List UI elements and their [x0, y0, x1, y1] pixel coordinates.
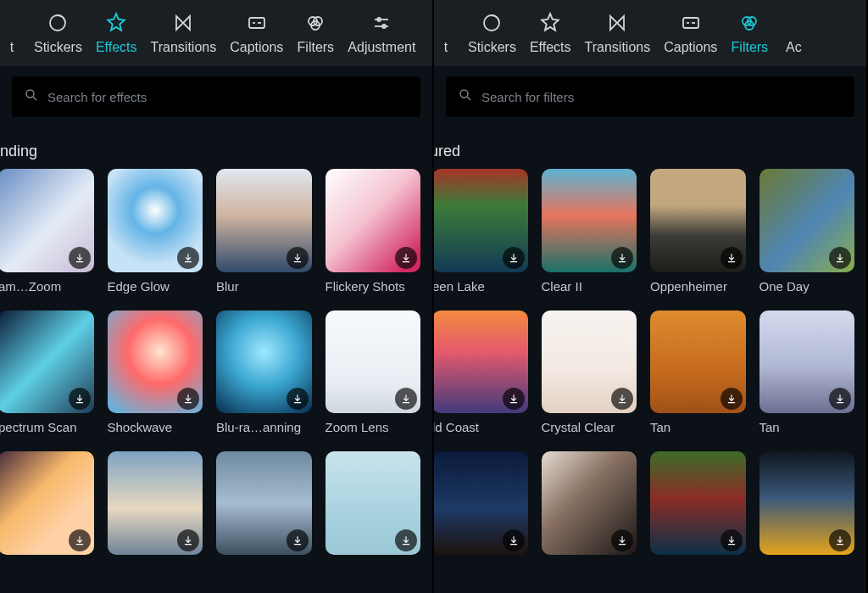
- tab-text[interactable]: t: [0, 8, 27, 59]
- tab-filters[interactable]: Filters: [724, 8, 775, 59]
- transitions-icon: [171, 11, 195, 35]
- filter-thumb: [760, 169, 855, 272]
- filter-card[interactable]: One Day: [760, 169, 855, 294]
- download-icon[interactable]: [611, 529, 633, 551]
- filter-label: Oppenheimer: [650, 279, 746, 294]
- effects-icon: [538, 11, 562, 35]
- effect-thumb: [108, 169, 203, 272]
- search-bar[interactable]: [12, 76, 420, 117]
- svg-rect-14: [683, 18, 698, 28]
- search-bar[interactable]: [446, 76, 854, 117]
- filter-card[interactable]: [760, 451, 855, 555]
- svg-line-21: [467, 97, 470, 100]
- filter-label: Tan: [650, 420, 746, 434]
- download-icon[interactable]: [721, 388, 743, 410]
- search-input[interactable]: [47, 90, 409, 104]
- section-title: ending: [0, 127, 432, 169]
- filter-card[interactable]: [650, 451, 746, 555]
- svg-point-20: [460, 90, 468, 98]
- tab-transitions[interactable]: Transitions: [578, 8, 658, 59]
- download-icon[interactable]: [503, 529, 525, 551]
- effect-thumb: [326, 169, 421, 272]
- filter-card[interactable]: Tan: [760, 310, 855, 435]
- download-icon[interactable]: [503, 388, 525, 410]
- filter-card[interactable]: Oppenheimer: [650, 169, 746, 294]
- download-icon[interactable]: [611, 388, 633, 410]
- tabbar: t Stickers Effects Transitions Captions: [434, 0, 866, 66]
- search-input[interactable]: [481, 90, 843, 104]
- download-icon[interactable]: [69, 529, 91, 551]
- adjustment-icon: [370, 11, 393, 35]
- tab-label: Filters: [732, 40, 769, 55]
- filter-card[interactable]: [542, 451, 637, 555]
- tab-effects[interactable]: Effects: [89, 8, 144, 59]
- download-icon[interactable]: [721, 247, 743, 269]
- filter-card[interactable]: een Lake: [434, 169, 528, 294]
- effect-card[interactable]: [0, 451, 94, 555]
- download-icon[interactable]: [721, 529, 743, 551]
- effect-card[interactable]: Blu-ra…anning: [216, 310, 312, 435]
- effect-card[interactable]: [216, 451, 312, 555]
- download-icon[interactable]: [287, 247, 309, 269]
- effect-card[interactable]: pectrum Scan: [0, 310, 94, 435]
- panel-filters: t Stickers Effects Transitions Captions: [434, 0, 868, 593]
- effect-card[interactable]: am…Zoom: [0, 169, 94, 294]
- effect-label: Edge Glow: [108, 279, 203, 294]
- effects-icon: [104, 11, 128, 35]
- download-icon[interactable]: [69, 388, 91, 410]
- filter-thumb: [760, 310, 855, 414]
- tab-text[interactable]: t: [434, 8, 461, 59]
- effect-thumb: [0, 310, 94, 414]
- download-icon[interactable]: [395, 388, 417, 410]
- svg-point-11: [26, 90, 34, 98]
- effect-card[interactable]: Shockwave: [108, 310, 203, 435]
- effect-label: Zoom Lens: [326, 420, 421, 434]
- tab-captions[interactable]: Captions: [223, 8, 290, 59]
- tab-adjustment[interactable]: Adjustment: [341, 8, 422, 59]
- filter-card[interactable]: Tan: [650, 310, 746, 435]
- effect-label: Blu-ra…anning: [216, 420, 312, 434]
- captions-icon: [245, 11, 269, 35]
- filter-thumb: [760, 451, 855, 555]
- download-icon[interactable]: [287, 388, 309, 410]
- tab-label: Ac: [786, 40, 802, 55]
- filters-icon: [737, 11, 761, 35]
- download-icon[interactable]: [395, 247, 417, 269]
- filter-card[interactable]: ld Coast: [434, 310, 528, 435]
- effect-card[interactable]: [326, 451, 421, 555]
- filter-card[interactable]: Crystal Clear: [542, 310, 637, 435]
- tab-stickers[interactable]: Stickers: [461, 8, 523, 59]
- filter-card[interactable]: Clear II: [542, 169, 637, 294]
- download-icon[interactable]: [177, 388, 199, 410]
- tab-captions[interactable]: Captions: [657, 8, 724, 59]
- download-icon[interactable]: [829, 388, 851, 410]
- download-icon[interactable]: [69, 247, 91, 269]
- effect-card[interactable]: [108, 451, 203, 555]
- filter-thumb: [434, 451, 528, 555]
- filters-icon: [303, 11, 327, 35]
- filter-thumb: [434, 169, 528, 272]
- download-icon[interactable]: [611, 247, 633, 269]
- tab-label: Effects: [530, 40, 571, 55]
- tab-label: Stickers: [34, 40, 82, 55]
- effect-card[interactable]: Zoom Lens: [326, 310, 421, 435]
- download-icon[interactable]: [177, 529, 199, 551]
- download-icon[interactable]: [503, 247, 525, 269]
- effect-card[interactable]: Blur: [216, 169, 312, 294]
- effect-label: am…Zoom: [0, 279, 94, 294]
- tab-effects[interactable]: Effects: [523, 8, 578, 59]
- download-icon[interactable]: [829, 529, 851, 551]
- download-icon[interactable]: [395, 529, 417, 551]
- tab-filters[interactable]: Filters: [290, 8, 341, 59]
- download-icon[interactable]: [829, 247, 851, 269]
- filter-card[interactable]: [434, 451, 528, 555]
- tab-stickers[interactable]: Stickers: [27, 8, 89, 59]
- tab-label: t: [444, 40, 448, 55]
- download-icon[interactable]: [177, 247, 199, 269]
- effect-thumb: [0, 169, 94, 272]
- tab-adjustment[interactable]: Ac: [775, 8, 805, 59]
- effect-card[interactable]: Flickery Shots: [326, 169, 421, 294]
- download-icon[interactable]: [287, 529, 309, 551]
- effect-card[interactable]: Edge Glow: [108, 169, 203, 294]
- tab-transitions[interactable]: Transitions: [144, 8, 224, 59]
